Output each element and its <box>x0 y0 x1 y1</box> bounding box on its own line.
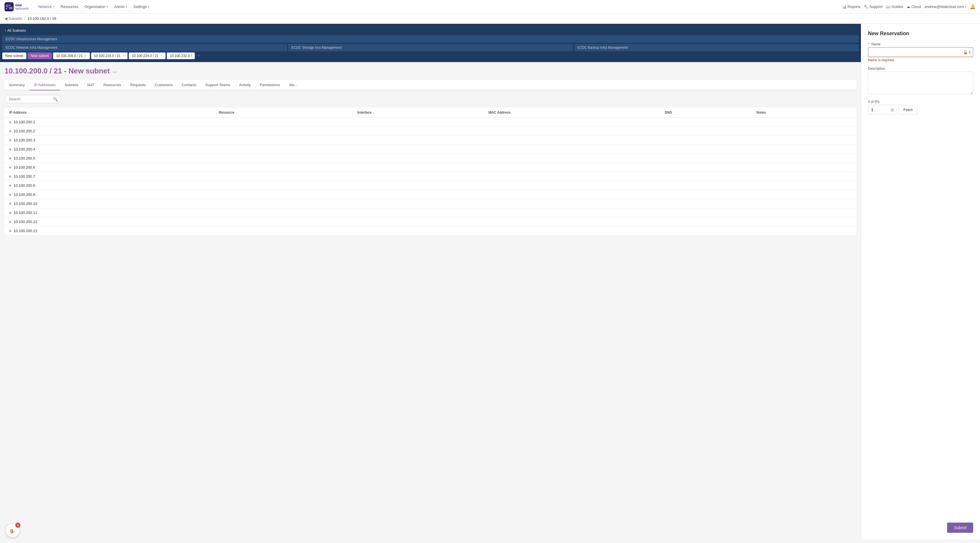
subnet-ecdc-storage[interactable]: ECDC Storage Inra Management <box>288 44 573 51</box>
table-cell <box>660 136 752 145</box>
table-cell <box>484 190 660 199</box>
table-row[interactable]: 10.100.200.13 <box>5 226 856 235</box>
right-panel: New Reservation * Name 🔒 ℹ Name is requi… <box>861 24 980 540</box>
svg-rect-3 <box>6 8 7 10</box>
nav-organization[interactable]: Organization ▾ <box>82 3 111 11</box>
table-row[interactable]: 10.100.200.5 <box>5 154 856 163</box>
name-error: Name is required. <box>868 58 973 62</box>
table-cell <box>752 127 856 136</box>
subnet-chip-208[interactable]: 10.100.208.0 / 21 + <box>53 52 90 59</box>
nav-resources[interactable]: Resources <box>58 3 81 11</box>
tab-alerts[interactable]: Ale... <box>285 80 302 90</box>
ip-status-dot <box>9 230 11 232</box>
ip-status-dot <box>9 148 11 151</box>
submit-button[interactable]: Submit <box>947 522 973 533</box>
table-cell <box>484 181 660 190</box>
page-title-menu[interactable]: ... <box>113 68 117 74</box>
tab-support-teams[interactable]: Support Teams <box>201 80 234 90</box>
table-row[interactable]: 10.100.200.1 <box>5 117 856 127</box>
table-cell <box>353 199 484 208</box>
notification-bell[interactable]: 🔔 <box>970 4 975 10</box>
table-cell <box>353 208 484 218</box>
subnet-chip-new1[interactable]: New subnet <box>2 52 26 59</box>
table-cell <box>660 117 752 127</box>
cloud-icon: ☁ <box>907 5 910 9</box>
tab-customers[interactable]: Customers <box>150 80 177 90</box>
num-ips-field-group: # of IPs ⊗ Fetch <box>868 100 973 114</box>
tab-nat[interactable]: NAT <box>83 80 99 90</box>
add-subnet-button[interactable]: + <box>196 53 201 59</box>
subnet-tree: ↑ All Subnets ECDC Infrastructure Manage… <box>0 24 861 62</box>
subnet-chip-224[interactable]: 10.100.224.0 / 21 + <box>129 52 165 59</box>
table-cell <box>353 145 484 154</box>
table-cell <box>484 136 660 145</box>
book-icon: 📖 <box>886 5 890 9</box>
tab-resources[interactable]: Resources <box>99 80 126 90</box>
name-input[interactable] <box>868 47 973 57</box>
logo[interactable]: tidal lightmesh <box>5 2 29 11</box>
table-cell <box>353 154 484 163</box>
table-cell <box>484 172 660 181</box>
table-cell <box>353 218 484 226</box>
table-cell <box>484 145 660 154</box>
num-clear-icon[interactable]: ⊗ <box>890 107 894 113</box>
tab-activity[interactable]: Activity <box>234 80 255 90</box>
nav-support[interactable]: 🔧 Support <box>864 5 883 9</box>
table-row[interactable]: 10.100.200.10 <box>5 199 856 208</box>
tab-requests[interactable]: Requests <box>126 80 150 90</box>
breadcrumb-back[interactable]: ◀ Subnets <box>5 16 22 21</box>
left-content: ↑ All Subnets ECDC Infrastructure Manage… <box>0 24 861 540</box>
description-input[interactable] <box>868 72 973 94</box>
nav-admin[interactable]: Admin ▾ <box>111 3 130 11</box>
table-row[interactable]: 10.100.200.3 <box>5 136 856 145</box>
tab-summary[interactable]: Summary <box>5 80 30 90</box>
table-row[interactable]: 10.100.200.6 <box>5 163 856 172</box>
table-cell <box>660 190 752 199</box>
subnet-ecdc-infra[interactable]: ECDC Infrastructure Management <box>2 35 859 43</box>
breadcrumb-current: 10.100.192.0 / 18 <box>27 16 56 21</box>
table-row[interactable]: 10.100.200.8 <box>5 181 856 190</box>
ip-status-dot <box>9 139 11 141</box>
nav-settings[interactable]: Settings ▾ <box>130 3 152 11</box>
nav-user[interactable]: andrew@tidalcloud.com ▾ <box>924 5 966 9</box>
table-cell <box>353 117 484 127</box>
panel-title: New Reservation <box>868 30 973 37</box>
table-row[interactable]: 10.100.200.12 <box>5 218 856 226</box>
table-row[interactable]: 10.100.200.9 <box>5 190 856 199</box>
subnet-chip-new2-selected[interactable]: New subnet <box>27 52 52 59</box>
nav-cloud[interactable]: ☁ Cloud <box>907 5 921 9</box>
subnet-row-1: ECDC Infrastructure Management <box>0 35 861 43</box>
panel-spacer <box>868 119 973 518</box>
nav-reports[interactable]: 📊 Reports <box>842 5 861 9</box>
table-cell <box>660 181 752 190</box>
subnet-chip-216[interactable]: 10.100.216.0 / 21 + <box>91 52 128 59</box>
table-cell <box>484 208 660 218</box>
table-row[interactable]: 10.100.200.2 <box>5 127 856 136</box>
table-cell <box>214 172 353 181</box>
table-row[interactable]: 10.100.200.4 <box>5 145 856 154</box>
subnet-ecdc-network[interactable]: ECDC Network Infra Management <box>2 44 287 51</box>
fetch-button[interactable]: Fetch <box>899 105 918 114</box>
breadcrumb-separator: / <box>24 16 25 21</box>
table-row[interactable]: 10.100.200.7 <box>5 172 856 181</box>
search-box: 🔍 <box>5 95 61 103</box>
table-cell <box>752 154 856 163</box>
nav-network[interactable]: Network ▾ <box>35 3 57 11</box>
tab-ip-addresses[interactable]: IP Addresses <box>30 80 60 90</box>
all-subnets-item[interactable]: ↑ All Subnets <box>0 26 861 35</box>
table-cell <box>752 190 856 199</box>
tab-subnets[interactable]: Subnets <box>60 80 83 90</box>
tab-permissions[interactable]: Permissions <box>255 80 285 90</box>
ip-status-dot <box>9 212 11 214</box>
subnet-chip-232[interactable]: 10.100.232.0 / <box>167 52 195 59</box>
table-cell <box>353 136 484 145</box>
tab-contacts[interactable]: Contacts <box>177 80 201 90</box>
subnet-ecdc-backup[interactable]: ECDC Backup Infra Management <box>574 44 859 51</box>
g2-badge[interactable]: g. 4 <box>6 524 19 537</box>
col-resource: Resource <box>214 108 353 117</box>
nav-guides[interactable]: 📖 Guides <box>886 5 903 9</box>
name-input-icons: 🔒 ℹ <box>963 50 970 54</box>
search-input[interactable] <box>5 95 61 103</box>
table-cell <box>752 172 856 181</box>
table-row[interactable]: 10.100.200.11 <box>5 208 856 218</box>
